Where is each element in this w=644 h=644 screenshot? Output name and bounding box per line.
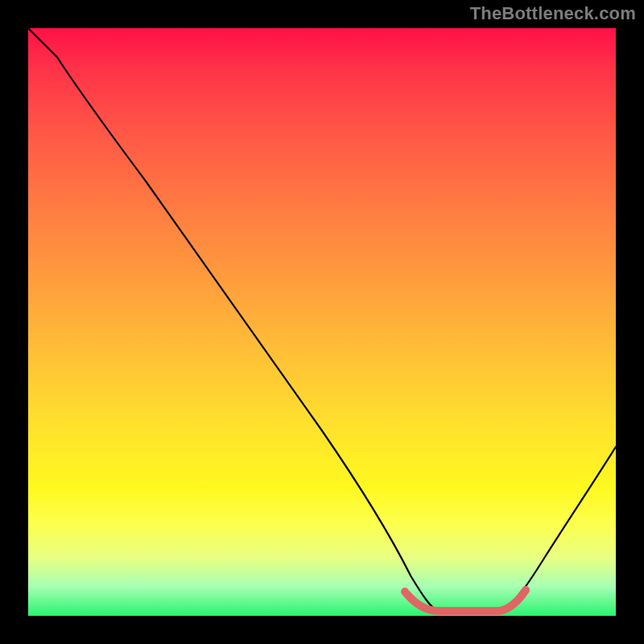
watermark-text: TheBottleneck.com [470,3,636,24]
plot-area [28,28,616,616]
curve-highlight-path [405,590,526,611]
bottleneck-curve [28,28,616,616]
chart-container: TheBottleneck.com [0,0,644,644]
curve-main-path [28,28,616,612]
